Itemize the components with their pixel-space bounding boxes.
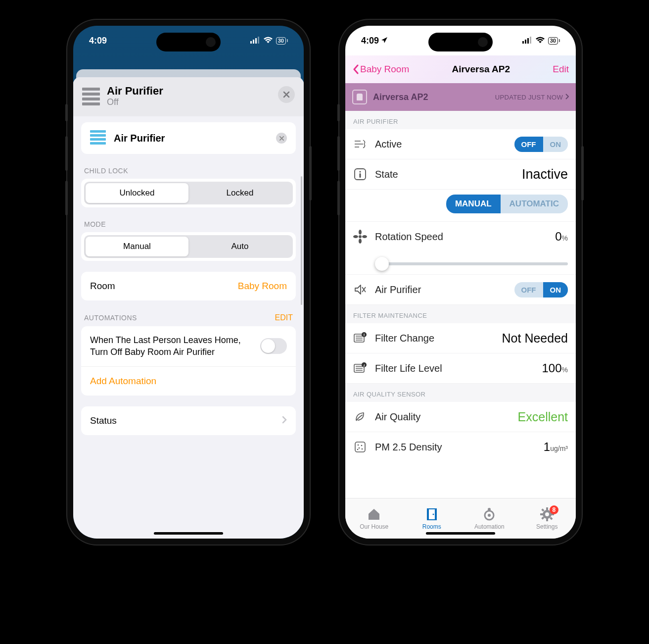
- gear-icon: 8: [540, 507, 555, 522]
- active-label: Active: [375, 139, 402, 150]
- speed-slider[interactable]: [375, 262, 568, 265]
- tab-settings[interactable]: 8 Settings: [518, 498, 576, 539]
- mode-automatic[interactable]: AUTOMATIC: [501, 195, 568, 213]
- child-lock-unlocked[interactable]: Unlocked: [86, 183, 188, 203]
- svg-point-30: [432, 514, 434, 515]
- clear-name-button[interactable]: [276, 133, 287, 144]
- pm25-icon: [352, 439, 368, 455]
- section-air-purifier: AIR PURIFIER: [345, 111, 576, 129]
- mode-auto[interactable]: Auto: [188, 237, 291, 256]
- dynamic-island: [428, 33, 493, 51]
- edit-button[interactable]: Edit: [553, 64, 569, 75]
- cellular-icon: [250, 36, 260, 46]
- cellular-icon: [522, 36, 532, 46]
- dynamic-island: [156, 33, 221, 51]
- automations-edit-button[interactable]: EDIT: [275, 313, 293, 322]
- accessory-name-input[interactable]: Air Purifier: [114, 133, 165, 144]
- svg-point-15: [362, 235, 367, 238]
- room-value: Baby Room: [238, 281, 287, 292]
- svg-rect-1: [253, 40, 254, 44]
- automations-label: AUTOMATIONS: [84, 314, 137, 322]
- speed-label: Rotation Speed: [375, 231, 443, 243]
- svg-point-23: [358, 445, 359, 446]
- mode-manual[interactable]: Manual: [86, 237, 188, 256]
- room-row[interactable]: Room Baby Room: [81, 272, 296, 300]
- svg-rect-2: [255, 38, 257, 44]
- svg-rect-6: [527, 38, 529, 44]
- svg-rect-10: [360, 173, 361, 178]
- pm25-value: 1ug/m³: [544, 440, 568, 454]
- svg-point-14: [353, 235, 358, 238]
- fan-icon: [352, 229, 368, 245]
- svg-point-33: [488, 508, 491, 511]
- rename-row[interactable]: Air Purifier: [81, 122, 296, 154]
- automation-toggle[interactable]: [260, 338, 287, 354]
- svg-point-25: [359, 447, 360, 449]
- air-purifier-on[interactable]: ON: [543, 282, 568, 297]
- section-filter: FILTER MAINTENANCE: [345, 305, 576, 323]
- svg-rect-5: [525, 40, 526, 44]
- status-time: 4:09: [89, 36, 107, 46]
- status-row[interactable]: Status: [81, 406, 296, 435]
- child-lock-segment[interactable]: Unlocked Locked: [84, 182, 293, 204]
- home-indicator[interactable]: [426, 532, 495, 535]
- state-label: State: [375, 169, 398, 180]
- wifi-icon: [535, 36, 545, 46]
- battery-icon: 30: [276, 37, 288, 45]
- mode-label: MODE: [81, 218, 296, 232]
- device-name: Airversa AP2: [373, 92, 428, 102]
- close-button[interactable]: [278, 86, 295, 103]
- air-purifier-off[interactable]: OFF: [514, 282, 543, 297]
- sheet-header: Air Purifier Off: [73, 77, 304, 116]
- automation-item[interactable]: When The Last Person Leaves Home, Turn O…: [90, 334, 253, 358]
- mode-toggle[interactable]: MANUAL AUTOMATIC: [446, 195, 568, 213]
- svg-rect-7: [530, 37, 531, 44]
- svg-point-12: [359, 230, 362, 235]
- home-indicator[interactable]: [154, 532, 223, 535]
- room-label: Room: [90, 281, 115, 292]
- scroll-indicator[interactable]: [301, 176, 302, 305]
- filter-change-label: Filter Change: [375, 333, 434, 344]
- air-purifier-icon: [82, 88, 100, 105]
- child-lock-locked[interactable]: Locked: [188, 183, 291, 203]
- active-off[interactable]: OFF: [514, 137, 543, 152]
- back-button[interactable]: Baby Room: [352, 64, 409, 75]
- info-icon: [352, 166, 368, 182]
- svg-point-35: [545, 512, 549, 516]
- svg-point-11: [359, 235, 362, 238]
- back-label: Baby Room: [360, 64, 409, 75]
- state-value: Inactive: [522, 167, 568, 182]
- leaf-icon: [352, 409, 368, 425]
- speed-slider-thumb[interactable]: [375, 257, 389, 271]
- wifi-icon: [263, 36, 273, 46]
- svg-rect-37: [546, 518, 548, 521]
- svg-rect-4: [522, 41, 524, 44]
- house-icon: [367, 507, 381, 522]
- air-purifier-icon: [90, 130, 106, 146]
- battery-icon: 30: [548, 37, 560, 45]
- svg-rect-0: [250, 41, 252, 44]
- automation-icon: [482, 507, 497, 522]
- svg-point-9: [359, 171, 361, 172]
- svg-point-32: [488, 514, 491, 517]
- device-bar[interactable]: Airversa AP2 UPDATED JUST NOW: [345, 83, 576, 111]
- mode-manual[interactable]: MANUAL: [446, 195, 501, 213]
- tab-our-house[interactable]: Our House: [345, 498, 403, 539]
- settings-badge: 8: [550, 505, 558, 514]
- accessory-status: Off: [107, 97, 163, 107]
- active-on[interactable]: ON: [543, 137, 568, 152]
- air-purifier-toggle[interactable]: OFF ON: [514, 282, 568, 297]
- svg-rect-40: [541, 508, 544, 511]
- mode-segment[interactable]: Manual Auto: [84, 235, 293, 258]
- add-automation-button[interactable]: Add Automation: [81, 367, 296, 396]
- child-lock-label: CHILD LOCK: [81, 165, 296, 179]
- svg-point-24: [361, 445, 363, 446]
- filter-change-value: Not Needed: [502, 331, 568, 346]
- active-toggle[interactable]: OFF ON: [514, 137, 568, 152]
- pm25-label: PM 2.5 Density: [375, 442, 442, 453]
- air-purifier-label: Air Purifier: [375, 284, 421, 296]
- door-icon: [424, 507, 439, 522]
- filter-life-value: 100%: [542, 361, 568, 375]
- updated-label: UPDATED JUST NOW: [495, 94, 563, 101]
- svg-point-27: [357, 449, 359, 450]
